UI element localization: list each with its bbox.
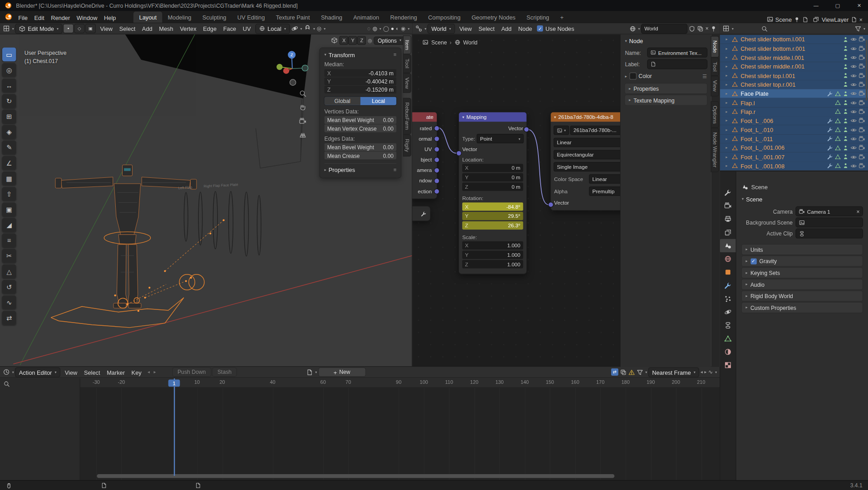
panel-gravity[interactable]: ▸✓Gravity (742, 256, 863, 266)
snap-dropdown[interactable]: Nearest Frame▾ (649, 368, 699, 377)
viewport-menu-mesh[interactable]: Mesh (156, 24, 177, 33)
camera-view-icon[interactable] (299, 118, 306, 125)
rotation-z-field[interactable]: Z26.3° (462, 221, 523, 230)
disable-render-icon[interactable] (858, 145, 865, 152)
rotation-x-field[interactable]: X-84.8° (462, 202, 523, 211)
expand-icon[interactable]: ▸ (726, 64, 730, 69)
disable-render-icon[interactable] (858, 36, 865, 43)
properties-tab-texture[interactable] (720, 358, 735, 372)
remove-viewlayer-icon[interactable]: × (859, 16, 863, 22)
sidebar-tab-rebusfarm[interactable]: RebusFarm (404, 98, 411, 134)
mirror-y-button[interactable]: Y (349, 36, 357, 44)
orthographic-icon[interactable] (299, 131, 306, 139)
expand-icon[interactable]: ▸ (726, 127, 730, 132)
workspace-tab-layout[interactable]: Layout (133, 12, 162, 23)
vector-input-socket[interactable] (548, 202, 553, 207)
mapping-type-dropdown[interactable]: Point▾ (477, 134, 523, 142)
editor-type-icon[interactable] (3, 25, 10, 32)
hide-icon[interactable] (850, 36, 857, 43)
editor-type-icon[interactable] (722, 25, 730, 32)
node-canvas[interactable]: Scene › World ate ratedormalUVbjectamera… (412, 34, 720, 367)
select-mode-edge-button[interactable]: ◇ (74, 24, 84, 33)
node-sidebar-tab-tool[interactable]: Tool (711, 58, 719, 75)
menu-edit[interactable]: Edit (31, 13, 48, 22)
node-menu-select[interactable]: Select (475, 24, 498, 33)
scene-selector[interactable]: Scene (764, 16, 810, 23)
hide-icon[interactable] (850, 72, 857, 79)
expand-icon[interactable]: ▸ (726, 100, 730, 105)
panel-keying-sets[interactable]: ▸Keying Sets (742, 268, 863, 278)
tool-loop-cut[interactable]: ≡ (2, 234, 16, 247)
outliner-row[interactable]: ▸Chest slider top.r.001 (720, 80, 868, 89)
node-sidebar-tab-view[interactable]: View (711, 76, 719, 95)
mean-bevel-weight-field[interactable]: Mean Bevel Weight0.00 (325, 116, 397, 124)
scale-x-field[interactable]: X1.000 (462, 241, 523, 250)
search-icon[interactable] (761, 25, 768, 32)
proportional-edit-icon[interactable]: ◎ (317, 25, 322, 31)
node-sidebar-tab-options[interactable]: Options (711, 102, 719, 127)
shading-wireframe-icon[interactable]: ◯ (383, 25, 389, 31)
mean-vertex-crease-field[interactable]: Mean Vertex Crease0.00 (325, 124, 397, 132)
image-browse-dropdown[interactable]: ▾ (554, 126, 569, 134)
gravity-checkbox[interactable]: ✓ (750, 258, 756, 264)
select-mode-vertex-button[interactable]: • (64, 24, 73, 33)
expand-icon[interactable]: ▸ (726, 55, 730, 60)
prev-keyframe-icon[interactable]: ◂ (700, 370, 703, 375)
tool-add-cube[interactable]: ▦ (2, 172, 16, 185)
disable-render-icon[interactable] (858, 136, 865, 142)
mirror-x-button[interactable]: X (340, 36, 348, 44)
modifiers-icon[interactable]: ∿ (708, 369, 713, 375)
scale-z-field[interactable]: Z1.000 (462, 260, 523, 268)
edge-bevel-weight-field[interactable]: Mean Bevel Weight0.00 (325, 143, 397, 151)
dope-menu-view[interactable]: View (61, 368, 80, 377)
disable-render-icon[interactable] (858, 154, 865, 161)
proportional-icon[interactable]: ◎ (368, 38, 372, 43)
expand-icon[interactable]: ▸ (726, 37, 730, 42)
hide-icon[interactable] (850, 54, 857, 61)
outliner-row[interactable]: ▸Chest slider middle.r.001 (720, 62, 868, 71)
tool-bevel[interactable]: ◢ (2, 218, 16, 231)
outliner-row[interactable]: ▸Flap.l (720, 98, 868, 107)
viewport-menu-select[interactable]: Select (116, 24, 138, 33)
active-clip-field[interactable] (796, 229, 862, 238)
unlink-world-icon[interactable]: × (705, 25, 709, 31)
pin-icon[interactable] (710, 25, 717, 32)
tool-scale[interactable]: ⊞ (2, 109, 16, 123)
hide-icon[interactable] (850, 108, 857, 115)
hide-icon[interactable] (850, 118, 857, 124)
expand-icon[interactable]: ▸ (726, 83, 730, 87)
navigation-gizmo[interactable]: Z (276, 49, 310, 87)
node-menu-add[interactable]: Add (498, 24, 515, 33)
properties-tab-tool[interactable] (720, 186, 735, 199)
outliner-row[interactable]: ▸Foot_L_.010 (720, 125, 868, 134)
disable-render-icon[interactable] (858, 162, 865, 169)
viewport-menu-uv[interactable]: UV (240, 24, 254, 33)
scene-section-title[interactable]: Scene (746, 196, 762, 203)
next-action-icon[interactable]: ▸ (153, 370, 157, 375)
hide-icon[interactable] (850, 162, 857, 169)
viewlayer-selector[interactable]: ViewLayer × (811, 16, 865, 23)
properties-tab-particles[interactable] (720, 292, 735, 305)
hide-icon[interactable] (850, 99, 857, 106)
disable-render-icon[interactable] (858, 81, 865, 88)
node-sidebar-tab-node[interactable]: Node (711, 36, 719, 57)
mode-dropdown[interactable]: Edit Mode▾ (15, 24, 62, 33)
close-button[interactable]: ✕ (850, 0, 868, 11)
properties-tab-object-data[interactable] (720, 332, 735, 345)
outliner-row[interactable]: ▸Chest slider bottom.r.001 (720, 44, 868, 53)
median-z-field[interactable]: Z-0.15209 m (325, 86, 397, 93)
disable-render-icon[interactable] (858, 72, 865, 79)
fake-user-icon[interactable] (689, 25, 695, 32)
workspace-tab-compositing[interactable]: Compositing (423, 12, 466, 23)
tool-annotate[interactable]: ✎ (2, 141, 16, 154)
prev-action-icon[interactable]: ◂ (147, 370, 151, 375)
location-z-field[interactable]: Z0 m (462, 182, 523, 191)
sidebar-tab-tool[interactable]: Tool (404, 55, 411, 72)
outliner-row[interactable]: ▸Chest slider middle.l.001 (720, 53, 868, 62)
hide-icon[interactable] (850, 81, 857, 88)
viewport-menu-add[interactable]: Add (139, 24, 156, 33)
background-scene-field[interactable] (796, 218, 862, 227)
disable-render-icon[interactable] (858, 99, 865, 106)
disable-render-icon[interactable] (858, 54, 865, 61)
disable-render-icon[interactable] (858, 118, 865, 124)
